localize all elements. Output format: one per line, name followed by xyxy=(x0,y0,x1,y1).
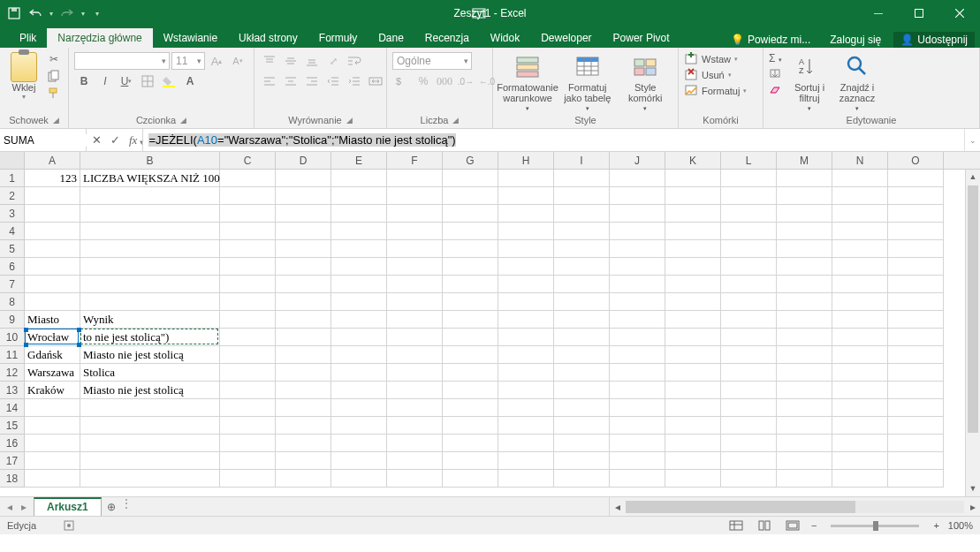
cell-L12[interactable] xyxy=(721,364,777,382)
cell-M11[interactable] xyxy=(777,346,832,364)
cell-N12[interactable] xyxy=(832,364,888,382)
cell-M10[interactable] xyxy=(777,329,832,346)
cell-B3[interactable] xyxy=(80,205,220,223)
cell-D4[interactable] xyxy=(276,223,331,240)
tab-powerpivot[interactable]: Power Pivot xyxy=(603,28,680,48)
cell-M8[interactable] xyxy=(777,293,832,311)
cell-O1[interactable] xyxy=(888,170,944,187)
cell-C4[interactable] xyxy=(220,223,276,240)
name-box[interactable]: ▾ xyxy=(0,129,87,151)
row-header-16[interactable]: 16 xyxy=(0,435,25,452)
cell-B16[interactable] xyxy=(80,435,220,452)
cell-H4[interactable] xyxy=(498,223,554,240)
cell-K10[interactable] xyxy=(665,329,721,346)
cell-C6[interactable] xyxy=(220,258,276,276)
cell-D8[interactable] xyxy=(276,293,331,311)
cell-E2[interactable] xyxy=(331,187,387,205)
column-header-O[interactable]: O xyxy=(888,152,944,169)
column-header-L[interactable]: L xyxy=(721,152,777,169)
cell-I1[interactable] xyxy=(554,170,610,187)
zoom-level[interactable]: 100% xyxy=(948,520,973,531)
cell-F15[interactable] xyxy=(387,417,443,435)
align-top-icon[interactable] xyxy=(260,52,279,70)
tab-review[interactable]: Recenzja xyxy=(414,28,480,48)
comma-format-icon[interactable]: 000 xyxy=(435,72,454,90)
row-header-8[interactable]: 8 xyxy=(0,293,25,311)
cell-K15[interactable] xyxy=(665,417,721,435)
sign-in[interactable]: Zaloguj się xyxy=(823,32,888,48)
ribbon-display-options-icon[interactable] xyxy=(463,8,495,19)
cell-A1[interactable]: 123 xyxy=(25,170,80,187)
cell-A4[interactable] xyxy=(25,223,80,240)
cell-E12[interactable] xyxy=(331,364,387,382)
align-right-icon[interactable] xyxy=(302,72,322,90)
number-format-combo[interactable]: Ogólne xyxy=(392,52,472,70)
cell-D11[interactable] xyxy=(276,346,331,364)
cell-M18[interactable] xyxy=(777,470,832,488)
cell-H2[interactable] xyxy=(498,187,554,205)
cell-G5[interactable] xyxy=(443,240,498,258)
cell-C14[interactable] xyxy=(220,399,276,417)
cell-C11[interactable] xyxy=(220,346,276,364)
cell-N4[interactable] xyxy=(832,223,888,240)
cell-N15[interactable] xyxy=(832,417,888,435)
cell-I4[interactable] xyxy=(554,223,610,240)
cell-N18[interactable] xyxy=(832,470,888,488)
number-dialog-launcher-icon[interactable]: ◢ xyxy=(452,116,459,125)
cell-C10[interactable] xyxy=(220,329,276,346)
clipboard-dialog-launcher-icon[interactable]: ◢ xyxy=(53,116,59,125)
cell-L16[interactable] xyxy=(721,435,777,452)
cell-J18[interactable] xyxy=(610,470,665,488)
cell-L9[interactable] xyxy=(721,311,777,329)
cell-N9[interactable] xyxy=(832,311,888,329)
scroll-down-icon[interactable]: ▼ xyxy=(966,481,980,496)
hscroll-thumb[interactable] xyxy=(626,501,855,513)
cell-H6[interactable] xyxy=(498,258,554,276)
insert-cells-button[interactable]: Wstaw ▾ xyxy=(684,52,738,66)
cell-M16[interactable] xyxy=(777,435,832,452)
cell-G14[interactable] xyxy=(443,399,498,417)
cancel-formula-icon[interactable]: ✕ xyxy=(92,133,102,147)
cell-J9[interactable] xyxy=(610,311,665,329)
cell-I10[interactable] xyxy=(554,329,610,346)
cell-E14[interactable] xyxy=(331,399,387,417)
cell-M13[interactable] xyxy=(777,382,832,399)
row-header-7[interactable]: 7 xyxy=(0,276,25,293)
align-bottom-icon[interactable] xyxy=(302,52,322,70)
cell-M7[interactable] xyxy=(777,276,832,293)
cell-C1[interactable] xyxy=(220,170,276,187)
cell-A6[interactable] xyxy=(25,258,80,276)
cell-N16[interactable] xyxy=(832,435,888,452)
font-name-combo[interactable] xyxy=(74,52,170,70)
cell-E8[interactable] xyxy=(331,293,387,311)
column-header-N[interactable]: N xyxy=(832,152,888,169)
cell-H7[interactable] xyxy=(498,276,554,293)
minimize-button[interactable] xyxy=(858,0,899,26)
cell-K7[interactable] xyxy=(665,276,721,293)
cell-B4[interactable] xyxy=(80,223,220,240)
cell-L5[interactable] xyxy=(721,240,777,258)
cell-B17[interactable] xyxy=(80,452,220,470)
cell-K17[interactable] xyxy=(665,452,721,470)
row-header-6[interactable]: 6 xyxy=(0,258,25,276)
cell-M2[interactable] xyxy=(777,187,832,205)
cell-E17[interactable] xyxy=(331,452,387,470)
cell-D18[interactable] xyxy=(276,470,331,488)
cell-O11[interactable] xyxy=(888,346,944,364)
cell-C7[interactable] xyxy=(220,276,276,293)
cell-J5[interactable] xyxy=(610,240,665,258)
cell-L11[interactable] xyxy=(721,346,777,364)
maximize-button[interactable] xyxy=(899,0,939,26)
tab-formulas[interactable]: Formuły xyxy=(308,28,368,48)
cell-J14[interactable] xyxy=(610,399,665,417)
cell-G7[interactable] xyxy=(443,276,498,293)
cell-A7[interactable] xyxy=(25,276,80,293)
row-header-11[interactable]: 11 xyxy=(0,346,25,364)
scroll-up-icon[interactable]: ▲ xyxy=(966,170,980,185)
redo-dropdown-icon[interactable]: ▾ xyxy=(81,10,85,18)
tab-data[interactable]: Dane xyxy=(368,28,414,48)
font-dialog-launcher-icon[interactable]: ◢ xyxy=(180,116,186,125)
cell-L7[interactable] xyxy=(721,276,777,293)
cell-C13[interactable] xyxy=(220,382,276,399)
cell-E7[interactable] xyxy=(331,276,387,293)
